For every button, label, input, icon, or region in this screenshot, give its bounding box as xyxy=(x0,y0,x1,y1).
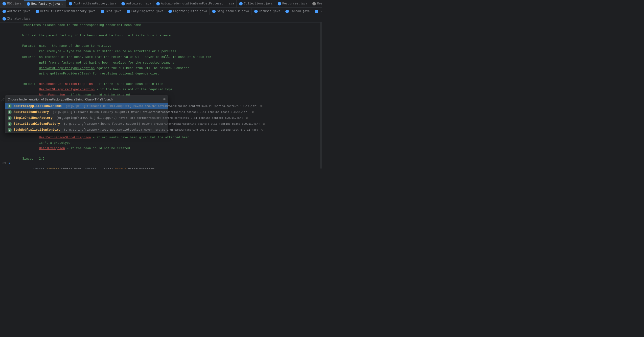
popup-package-2: (org.springframework.jndi.support) xyxy=(55,116,117,120)
tab-resources-class[interactable]: Resources.class xyxy=(310,0,322,8)
popup-package-3: (org.springframework.beans.factory.suppo… xyxy=(62,122,140,126)
post-doc-line4: BeanDefinitionStoreException – if argume… xyxy=(0,135,322,140)
popup-copy-icon-2[interactable]: ⧉ xyxy=(246,117,248,120)
popup-item-0[interactable]: C AbstractApplicationContext (org.spring… xyxy=(5,103,168,109)
code-line-doc13: BeanNotOfRequiredTypeException – if the … xyxy=(0,87,322,92)
tab-test[interactable]: Test.java xyxy=(98,8,124,15)
popup-maven-1: Maven: org.springframework:spring-beans:… xyxy=(131,111,248,114)
popup-class-name-1: AbstractBeanFactory xyxy=(14,110,49,114)
implementation-popup: Choose Implementation of BeanFactory.get… xyxy=(5,96,168,133)
popup-item-icon-1: C xyxy=(8,110,12,114)
popup-class-name-4: StubWebApplicationContext xyxy=(14,128,60,132)
popup-package-0: (org.springframework.context.support) xyxy=(64,104,132,108)
code-line-doc1: Translates aliases back to the correspon… xyxy=(0,23,322,28)
popup-maven-4: Maven: org.springframework:spring-test:6… xyxy=(144,128,258,131)
popup-copy-icon-0[interactable]: ⧉ xyxy=(260,105,262,108)
tab-icon-collections xyxy=(239,2,242,6)
popup-class-name-3: StaticListableBeanFactory xyxy=(14,122,60,126)
code-line-doc12: Throws: NoSuchBeanDefinitionException – … xyxy=(0,81,322,87)
popup-item-icon-2: C xyxy=(8,116,12,120)
tab-hashset[interactable]: HashSet.java xyxy=(252,8,283,15)
tab-lazysingleton[interactable]: LazySingleton.java xyxy=(124,8,166,15)
tab-label-abstractbeanfactory: AbstractBeanFactory.java xyxy=(74,2,116,6)
tab-resources-java[interactable]: Resources.java xyxy=(275,0,310,8)
tab-icon-singletonenum xyxy=(212,10,216,13)
tab-label-thread: Thread.java xyxy=(290,10,310,13)
tab-label-autowire: Autowire.java xyxy=(7,10,30,13)
tab-label-defaultlistable: DefaultListableBeanFactory.java xyxy=(40,10,96,13)
popup-overlay: Choose Implementation of BeanFactory.get… xyxy=(5,96,322,133)
tab-mdc-java[interactable]: MDC.java xyxy=(0,0,24,8)
code-line-doc9: BeanNotOfRequiredTypeException against t… xyxy=(0,66,322,71)
tab-icon-autowired xyxy=(122,2,125,6)
tab-thread[interactable]: Thread.java xyxy=(283,8,312,15)
tab-label-mdc: MDC.java xyxy=(7,2,22,6)
tab-label-eagersingleton: EagerSingleton.java xyxy=(173,10,207,13)
tab-label-autowired: Autowired.java xyxy=(126,2,151,6)
popup-item-1[interactable]: C AbstractBeanFactory (org.springframewo… xyxy=(5,109,168,115)
tab-label-hashset: HashSet.java xyxy=(259,10,280,13)
popup-class-name-0: AbstractApplicationContext xyxy=(14,104,62,108)
code-line-doc10: using getBeanProvider(Class) for resolvi… xyxy=(0,71,322,77)
popup-item-icon-0: C xyxy=(8,104,12,108)
tab-label-collections: Collections.java xyxy=(244,2,272,6)
popup-maven-2: Maven: org.springframework:spring-contex… xyxy=(119,117,243,120)
popup-copy-icon-4[interactable]: ⧉ xyxy=(262,128,264,131)
tab-label-lazysingleton: LazySingleton.java xyxy=(131,10,164,13)
tab-bar-row2: Autowire.java DefaultListableBeanFactory… xyxy=(0,8,322,15)
popup-expand-button[interactable]: ⊡ xyxy=(164,97,166,101)
tab-bar-row1: MDC.java BeanFactory.java ✕ AbstractBean… xyxy=(0,0,322,8)
tab-icon-resources-java xyxy=(278,2,281,6)
popup-item-icon-4: C xyxy=(8,128,12,132)
tab-iterator[interactable]: Iterator.java xyxy=(0,15,33,22)
tab-autowire[interactable]: Autowire.java xyxy=(0,8,33,15)
tab-defaultlistable[interactable]: DefaultListableBeanFactory.java xyxy=(33,8,98,15)
popup-item-4[interactable]: C StubWebApplicationContext (org.springf… xyxy=(5,127,168,133)
popup-item-2[interactable]: C SimpleJndiBeanFactory (org.springframe… xyxy=(5,115,168,121)
tab-icon-test xyxy=(101,10,104,13)
tab-icon-iterator xyxy=(2,17,6,21)
code-line-83: .83 ⬇ Object getBean(String name, Object… xyxy=(0,162,322,169)
post-doc-line6: BeansException – if the bean could not b… xyxy=(0,146,322,151)
code-line-doc11 xyxy=(0,77,322,81)
tab-label-beanfactory: BeanFactory.java xyxy=(32,2,60,6)
popup-item-3[interactable]: C StaticListableBeanFactory (org.springf… xyxy=(5,121,168,127)
tab-label-resources-class: Resources.class xyxy=(317,2,322,6)
tab-autowiredannotation[interactable]: AutowiredAnnotationBeanPostProcessor.jav… xyxy=(154,0,237,8)
post-doc-line5: isn't a prototype xyxy=(0,140,322,146)
gutter-icon-83[interactable]: ⬇ xyxy=(8,162,10,165)
code-line-doc8: null from a factory method having been r… xyxy=(0,60,322,66)
code-line-doc7: Returns: an instance of the bean. Note t… xyxy=(0,54,322,60)
tab-icon-eagersingleton xyxy=(168,10,172,13)
tab-eagersingleton[interactable]: EagerSingleton.java xyxy=(166,8,210,15)
tab-label-singletonenum: SingletonEnum.java xyxy=(217,10,249,13)
code-line-doc6: requiredType – type the bean must match;… xyxy=(0,49,322,54)
popup-copy-icon-3[interactable]: ⧉ xyxy=(263,123,265,125)
tab-icon-autowire xyxy=(2,10,6,13)
tab-abstractbeanfactory[interactable]: AbstractBeanFactory.java xyxy=(66,0,119,8)
popup-title-bar: Choose Implementation of BeanFactory.get… xyxy=(5,96,168,103)
tab-label-test: Test.java xyxy=(105,10,122,13)
post-doc-line8: Since: 2.5 xyxy=(0,156,322,162)
popup-package-1: (org.springframework.beans.factory.suppo… xyxy=(51,110,129,114)
tab-collections[interactable]: Collections.java xyxy=(237,0,275,8)
tab-autowired[interactable]: Autowired.java xyxy=(119,0,154,8)
tab-close-beanfactory[interactable]: ✕ xyxy=(61,3,64,6)
doc-comment-block: Translates aliases back to the correspon… xyxy=(0,23,322,98)
popup-maven-0: Maven: org.springframework:spring-contex… xyxy=(134,105,258,108)
tab-icon-autowiredannotation xyxy=(156,2,160,6)
tab-icon-beanfactory xyxy=(27,2,30,6)
post-doc-line7 xyxy=(0,151,322,156)
popup-class-name-2: SimpleJndiBeanFactory xyxy=(14,116,53,120)
tab-label-deque: Deque.java xyxy=(320,10,322,13)
tab-label-autowiredannotation: AutowiredAnnotationBeanPostProcessor.jav… xyxy=(161,2,234,6)
tab-icon-thread xyxy=(286,10,289,13)
popup-copy-icon-1[interactable]: ⧉ xyxy=(252,111,254,114)
tab-beanfactory-java[interactable]: BeanFactory.java ✕ xyxy=(24,0,66,8)
popup-item-icon-3: C xyxy=(8,122,12,126)
tab-deque[interactable]: Deque.java xyxy=(312,8,322,15)
popup-package-4: (org.springframework.test.web.servlet.se… xyxy=(62,128,142,132)
tab-singletonenum[interactable]: SingletonEnum.java xyxy=(210,8,252,15)
code-line-doc4 xyxy=(0,38,322,43)
tab-icon-abstractbeanfactory xyxy=(69,2,72,6)
